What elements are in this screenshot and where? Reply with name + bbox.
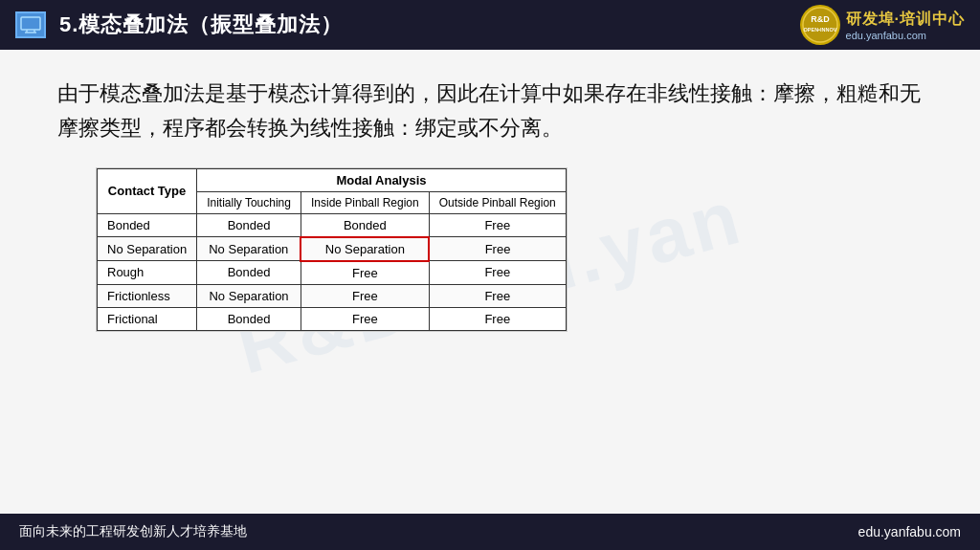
col-inside: Inside Pinball Region xyxy=(301,191,429,213)
svg-text:OPEN•INNOV: OPEN•INNOV xyxy=(803,27,836,33)
inside-pinball-cell: Free xyxy=(301,307,429,330)
inside-pinball-cell: Free xyxy=(301,284,429,307)
table-row: BondedBondedBondedFree xyxy=(98,213,567,237)
initially-touching-cell: Bonded xyxy=(197,213,301,237)
initially-touching-cell: Bonded xyxy=(197,307,301,330)
logo-circle: R&D OPEN•INNOV xyxy=(800,5,840,45)
outside-pinball-cell: Free xyxy=(429,307,566,330)
logo-text: 研发埠·培训中心 edu.yanfabu.com xyxy=(846,10,965,41)
logo-brand: 研发埠·培训中心 xyxy=(846,10,965,30)
contact-type-cell: Rough xyxy=(98,261,197,285)
footer-tagline: 面向未来的工程研发创新人才培养基地 xyxy=(19,523,247,540)
initially-touching-cell: Bonded xyxy=(197,261,301,285)
logo-url: edu.yanfabu.com xyxy=(846,30,926,41)
outside-pinball-cell: Free xyxy=(429,213,566,237)
inside-pinball-cell: No Separation xyxy=(301,237,429,261)
modal-analysis-header: Modal Analysis xyxy=(197,168,567,191)
initially-touching-cell: No Separation xyxy=(197,284,301,307)
svg-point-4 xyxy=(803,8,837,42)
modal-analysis-table: Contact Type Modal Analysis Initially To… xyxy=(97,168,567,331)
main-content: R&D edu.yan 由于模态叠加法是基于模态计算得到的，因此在计算中如果存在… xyxy=(0,50,980,514)
contact-type-cell: Bonded xyxy=(98,213,197,237)
inside-pinball-cell: Free xyxy=(301,261,429,285)
outside-pinball-cell: Free xyxy=(429,261,566,285)
contact-type-cell: Frictional xyxy=(98,307,197,330)
contact-type-cell: Frictionless xyxy=(98,284,197,307)
table-row: No SeparationNo SeparationNo SeparationF… xyxy=(98,237,567,261)
table-row: RoughBondedFreeFree xyxy=(98,261,567,285)
monitor-icon xyxy=(15,11,46,38)
svg-text:R&D: R&D xyxy=(811,14,830,24)
col-initially: Initially Touching xyxy=(197,191,301,213)
inside-pinball-cell: Bonded xyxy=(301,213,429,237)
analysis-table-container: Contact Type Modal Analysis Initially To… xyxy=(96,167,568,332)
table-row: FrictionalBondedFreeFree xyxy=(98,307,567,330)
outside-pinball-cell: Free xyxy=(429,237,566,261)
contact-type-cell: No Separation xyxy=(98,237,197,261)
main-paragraph: 由于模态叠加法是基于模态计算得到的，因此在计算中如果存在非线性接触：摩擦，粗糙和… xyxy=(57,77,923,146)
outside-pinball-cell: Free xyxy=(429,284,566,307)
footer-url: edu.yanfabu.com xyxy=(858,524,961,539)
contact-type-header: Contact Type xyxy=(98,168,197,213)
initially-touching-cell: No Separation xyxy=(197,237,301,261)
slide: 5.模态叠加法（振型叠加法） R&D OPEN•INNOV 研发埠·培训中心 e… xyxy=(0,0,980,550)
col-outside: Outside Pinball Region xyxy=(429,191,566,213)
svg-rect-0 xyxy=(21,17,40,30)
footer-bar: 面向未来的工程研发创新人才培养基地 edu.yanfabu.com xyxy=(0,514,980,550)
slide-title: 5.模态叠加法（振型叠加法） xyxy=(59,11,800,39)
header-bar: 5.模态叠加法（振型叠加法） R&D OPEN•INNOV 研发埠·培训中心 e… xyxy=(0,0,980,50)
logo: R&D OPEN•INNOV 研发埠·培训中心 edu.yanfabu.com xyxy=(800,5,965,45)
table-row: FrictionlessNo SeparationFreeFree xyxy=(98,284,567,307)
